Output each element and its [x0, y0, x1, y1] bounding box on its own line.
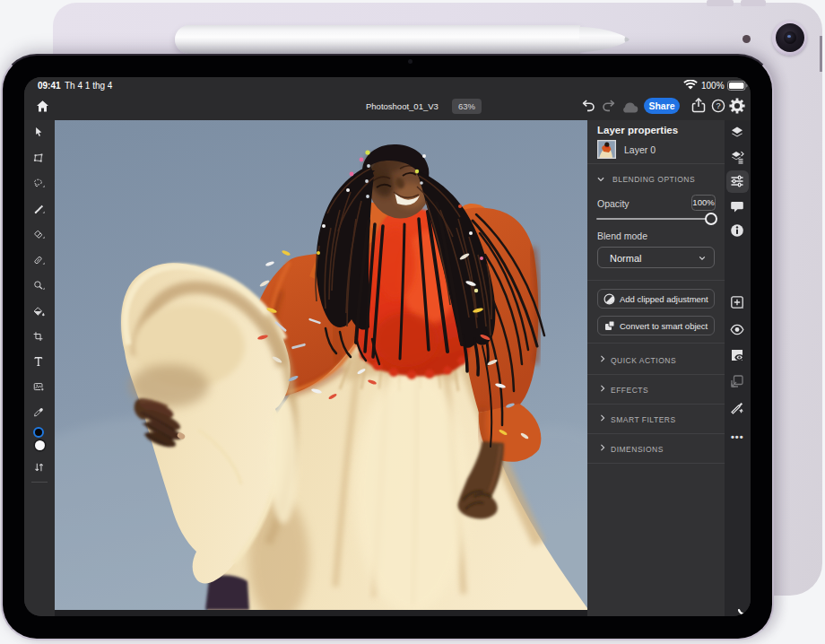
- svg-text:?: ?: [716, 101, 720, 110]
